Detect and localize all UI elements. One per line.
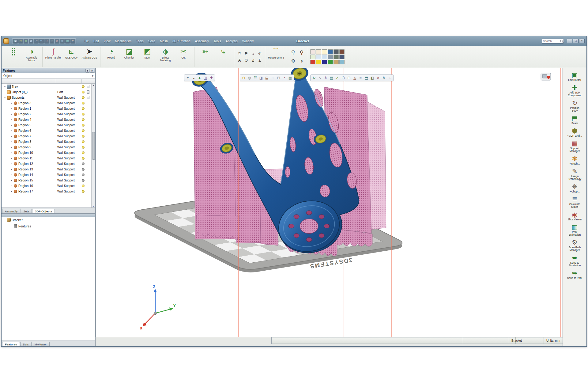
- visibility-bulb-icon[interactable]: [82, 146, 85, 149]
- tree-filter-row[interactable]: Object ▾: [2, 73, 95, 79]
- color-swatch[interactable]: [328, 49, 333, 54]
- workflow-tool-button[interactable]: ▣ Edit Border: [564, 70, 586, 82]
- ribbon-button[interactable]: ⊾UCS Copy: [63, 48, 80, 59]
- zoom-tool-icon[interactable]: ⚲: [298, 49, 306, 57]
- workflow-tool-button[interactable]: ≣ Calculate Slices: [564, 195, 586, 209]
- tree-expander[interactable]: ▪: [10, 168, 13, 171]
- tree-expander[interactable]: ▪: [10, 190, 13, 193]
- viewport-tool-icon[interactable]: ◔: [282, 75, 287, 81]
- tree-expander[interactable]: ▪: [10, 146, 13, 149]
- tree-row[interactable]: ▪ Region 12 Wall Support: [2, 161, 91, 166]
- menu-item[interactable]: File: [84, 39, 89, 43]
- panel-bottom-tab[interactable]: Features: [2, 342, 20, 346]
- menu-item[interactable]: Edit: [93, 39, 99, 43]
- tree-row[interactable]: ▪ Region 16 Wall Support: [2, 183, 91, 188]
- menu-item[interactable]: Mechanism: [115, 39, 132, 43]
- panel-bottom-tab[interactable]: M-Viewer: [32, 342, 50, 346]
- ribbon-button[interactable]: ◑Assembly Mirror: [23, 48, 40, 62]
- tree-expander[interactable]: ▪: [10, 151, 13, 154]
- panel-close-button[interactable]: ✕: [90, 69, 94, 73]
- tree-expander[interactable]: −: [3, 91, 6, 93]
- row-badge-icon[interactable]: [87, 85, 89, 88]
- tree-row[interactable]: ▪ Region 4 Wall Support: [2, 117, 91, 122]
- annotation-tool-icon[interactable]: ⚑: [243, 51, 249, 57]
- zoom-tool-icon[interactable]: ✥: [289, 57, 297, 65]
- menu-item[interactable]: Assembly: [195, 39, 209, 43]
- color-swatch[interactable]: [322, 49, 327, 54]
- visibility-bulb-icon[interactable]: [82, 85, 85, 88]
- visibility-bulb-icon[interactable]: [82, 140, 85, 143]
- annotation-tool-icon[interactable]: A: [236, 57, 243, 63]
- viewport-corner-icon[interactable]: [541, 73, 551, 80]
- menu-item[interactable]: 3DP Printing: [172, 39, 190, 43]
- tree-row[interactable]: ▪ Region 11 Wall Support: [2, 155, 91, 161]
- visibility-bulb-icon[interactable]: [82, 179, 85, 182]
- tree-expander[interactable]: +: [3, 96, 6, 99]
- tree-tab[interactable]: Sets: [21, 209, 32, 213]
- workflow-tool-button[interactable]: ➥ Send to Print: [564, 268, 586, 280]
- viewport-tool-icon[interactable]: ⬡: [341, 75, 346, 81]
- visibility-bulb-icon[interactable]: [82, 168, 85, 171]
- tree-expander[interactable]: ▪: [10, 118, 13, 121]
- tree-expander[interactable]: ▪: [10, 129, 13, 132]
- ribbon-button[interactable]: ◔Round: [103, 48, 120, 59]
- visibility-bulb-icon[interactable]: [82, 157, 85, 160]
- workflow-tool-button[interactable]: ❋ • Chop...: [564, 182, 586, 194]
- row-badge-icon[interactable]: [87, 96, 89, 99]
- menu-item[interactable]: Tools: [213, 39, 221, 43]
- ribbon-button[interactable]: ⤷: [215, 48, 232, 56]
- color-swatch[interactable]: [334, 55, 339, 59]
- tree-row[interactable]: ▪ Region 10 Wall Support: [2, 150, 91, 155]
- tree-expander[interactable]: ▪: [10, 102, 13, 105]
- color-swatch[interactable]: [334, 49, 339, 54]
- annotation-tool-icon[interactable]: ⟐: [257, 51, 263, 57]
- ribbon-button[interactable]: ⣿: [5, 48, 22, 56]
- tree-expander[interactable]: ▪: [10, 140, 13, 143]
- visibility-bulb-icon[interactable]: [82, 151, 85, 154]
- menu-item[interactable]: Tools: [136, 39, 144, 43]
- visibility-bulb-icon[interactable]: [82, 185, 85, 187]
- tree-row[interactable]: ▪ Region 9 Wall Support: [2, 144, 91, 150]
- viewport-tool-icon[interactable]: ☷: [253, 75, 258, 81]
- column-header-flags[interactable]: [82, 79, 95, 83]
- workflow-tool-button[interactable]: ↻ Position Body: [564, 98, 586, 113]
- visibility-bulb-icon[interactable]: [82, 173, 85, 176]
- color-swatch[interactable]: [322, 55, 327, 59]
- chevron-down-icon[interactable]: ▾: [92, 74, 93, 78]
- viewport-tool-icon[interactable]: ⬓: [264, 75, 270, 81]
- tree-row[interactable]: ▪ Region 8 Wall Support: [2, 139, 91, 144]
- tree-row[interactable]: ▪ Region 17 Wall Support: [2, 188, 91, 194]
- tree-row[interactable]: ▪ Region 5 Wall Support: [2, 122, 91, 128]
- ribbon-button[interactable]: ∫Plane Parallel: [45, 48, 62, 59]
- viewport-tool-icon[interactable]: ⊙: [241, 75, 246, 81]
- visibility-bulb-icon[interactable]: [82, 162, 85, 165]
- tree-expander[interactable]: ▪: [10, 185, 13, 187]
- tree-row[interactable]: ▪ Region 15 Wall Support: [2, 177, 91, 183]
- viewport-tool-icon[interactable]: ↻: [311, 75, 317, 81]
- viewport-tool-icon[interactable]: ✕: [375, 75, 381, 81]
- workflow-tool-button[interactable]: ⬢ • 3DP Grid...: [564, 126, 586, 138]
- visibility-bulb-icon[interactable]: [82, 190, 85, 193]
- search-input[interactable]: [543, 40, 560, 43]
- quick-access-icon[interactable]: ⎘: [50, 39, 54, 44]
- scrollbar-thumb[interactable]: [92, 132, 95, 160]
- annotation-tool-icon[interactable]: Σ: [257, 57, 263, 63]
- quick-access-icon[interactable]: ⧉: [29, 39, 33, 44]
- viewport-tool-icon[interactable]: ▤: [329, 75, 334, 81]
- color-swatch[interactable]: [316, 49, 321, 54]
- tree-row[interactable]: ▪ Region 6 Wall Support: [2, 128, 91, 133]
- color-swatch[interactable]: [310, 55, 315, 59]
- panel-collapse-button[interactable]: ▾: [85, 69, 89, 73]
- window-control-button[interactable]: □: [573, 39, 579, 43]
- tree-row[interactable]: ▪ Region 3 Wall Support: [2, 100, 91, 106]
- visibility-bulb-icon[interactable]: [82, 135, 85, 138]
- quick-access-icon[interactable]: ▣: [13, 39, 18, 44]
- viewport-tool-icon[interactable]: ⌁: [387, 75, 392, 81]
- viewport-tool-icon[interactable]: ◒: [191, 75, 196, 81]
- workflow-tool-button[interactable]: ✚ Add 3DP Component: [564, 83, 586, 98]
- workflow-tool-button[interactable]: ◉ Slice Viewer: [564, 210, 586, 222]
- viewport-tool-icon[interactable]: ✚: [209, 75, 214, 81]
- tree-expander[interactable]: ▪: [10, 107, 13, 110]
- visibility-bulb-icon[interactable]: [82, 102, 85, 105]
- tree-scrollbar[interactable]: ▲ ▼: [91, 84, 95, 207]
